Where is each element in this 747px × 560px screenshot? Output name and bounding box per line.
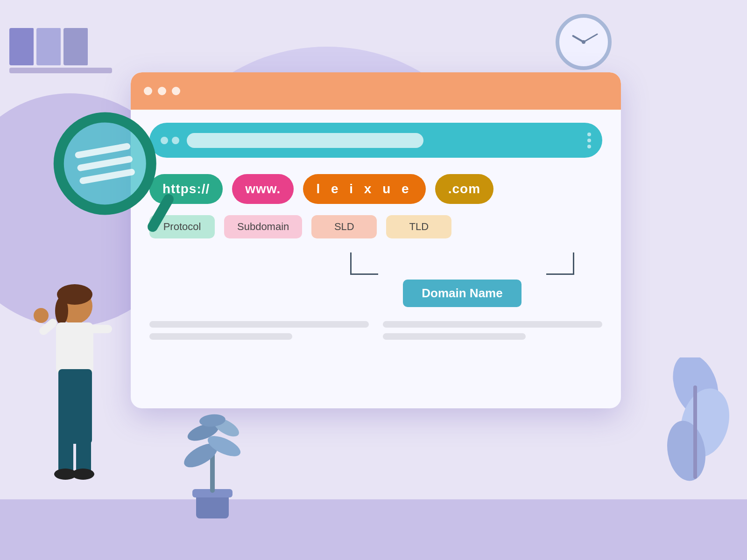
svg-point-6 [55, 297, 68, 325]
mag-line-3 [79, 168, 135, 185]
address-bar-icon [161, 137, 168, 144]
svg-rect-12 [76, 413, 91, 474]
content-block-left [149, 321, 369, 345]
content-block-right [383, 321, 602, 345]
left-bracket [350, 252, 378, 275]
content-line-3 [383, 321, 602, 328]
right-bracket [546, 252, 574, 275]
person-illustration [28, 278, 121, 513]
sld-label: SLD [311, 215, 377, 238]
url-subdomain-badge: www. [232, 174, 294, 204]
url-labels-row: Protocol Subdomain SLD TLD [149, 215, 602, 238]
url-tld-badge: .com [435, 174, 493, 204]
book-3 [63, 28, 88, 65]
subdomain-label: Subdomain [224, 215, 302, 238]
content-line-2 [149, 333, 292, 340]
window-dot-2 [158, 87, 166, 95]
mag-line-2 [77, 155, 133, 172]
content-lines [149, 321, 602, 345]
svg-point-15 [34, 308, 49, 323]
window-dot-3 [172, 87, 180, 95]
svg-point-14 [72, 469, 94, 480]
window-dot-1 [144, 87, 152, 95]
svg-rect-11 [58, 413, 73, 474]
browser-content: https:// www. l e i x u e .com Protocol … [131, 110, 621, 358]
browser-titlebar [131, 72, 621, 110]
address-bar-menu [587, 133, 591, 148]
svg-rect-3 [693, 385, 697, 479]
address-bar-input[interactable] [187, 133, 423, 148]
bracket-row [350, 252, 574, 275]
magnifier-lines [75, 143, 135, 185]
address-bar [149, 123, 602, 158]
clock-minute-hand [583, 33, 598, 42]
domain-name-badge: Domain Name [403, 280, 521, 307]
magnifier-glass [45, 104, 164, 223]
tld-label: TLD [386, 215, 451, 238]
content-line-4 [383, 333, 526, 340]
clock-center [582, 40, 585, 44]
domain-name-section: Domain Name [350, 252, 574, 307]
bookshelf-decoration [9, 28, 112, 73]
browser-window: https:// www. l e i x u e .com Protocol … [131, 72, 621, 408]
svg-rect-7 [56, 322, 93, 374]
svg-rect-9 [89, 325, 112, 333]
address-bar-icon-2 [172, 137, 179, 144]
content-line-1 [149, 321, 369, 328]
shelf [9, 68, 112, 73]
mag-line-1 [75, 143, 131, 159]
clock-decoration [556, 14, 612, 70]
url-parts-row: https:// www. l e i x u e .com [149, 174, 602, 204]
plant-decoration [177, 390, 247, 523]
book-2 [36, 28, 61, 65]
leaves-right-decoration [658, 357, 733, 490]
url-sld-badge: l e i x u e [303, 174, 425, 204]
book-1 [9, 28, 34, 65]
